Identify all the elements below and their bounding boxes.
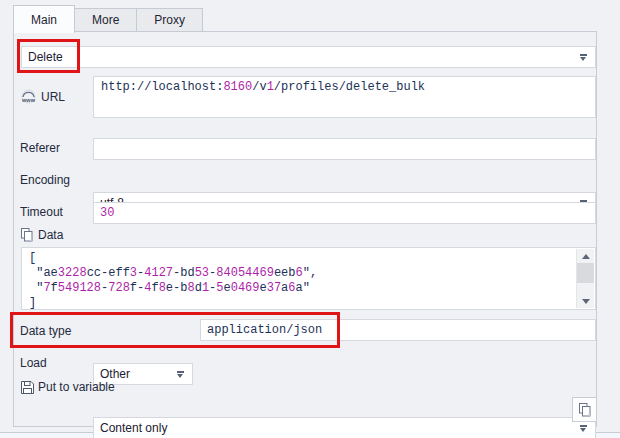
triangle-down-icon xyxy=(582,299,590,304)
load-label: Load xyxy=(20,356,47,370)
timeout-input[interactable]: 30 xyxy=(93,202,596,224)
url-textarea[interactable]: http://localhost:8160/v1/profiles/delete… xyxy=(93,76,596,118)
scroll-up-button[interactable] xyxy=(577,249,594,263)
load-dropdown[interactable]: Content only xyxy=(93,417,596,438)
save-floppy-icon xyxy=(21,381,34,394)
triangle-up-icon xyxy=(582,254,590,259)
timeout-value: 30 xyxy=(100,206,114,220)
data-label-text: Data xyxy=(38,228,63,242)
caret-down-icon xyxy=(579,425,588,432)
tab-main-label: Main xyxy=(31,13,57,27)
data-type-dropdown-value: Other xyxy=(100,367,130,381)
put-to-variable-label-text: Put to variable xyxy=(38,380,115,394)
method-dropdown-value: Delete xyxy=(28,50,63,64)
tab-proxy[interactable]: Proxy xyxy=(137,8,203,32)
copy-variable-button[interactable] xyxy=(572,397,597,422)
svg-text:www: www xyxy=(21,97,36,103)
mime-type-value: application/json xyxy=(207,323,322,337)
data-label: Data xyxy=(20,228,63,242)
copy-pages-icon xyxy=(578,403,592,417)
data-scrollbar[interactable] xyxy=(576,249,594,308)
globe-www-icon: www xyxy=(20,89,37,105)
mime-type-input[interactable]: application/json xyxy=(200,319,596,341)
tab-more[interactable]: More xyxy=(75,8,137,32)
url-label-text: URL xyxy=(41,90,65,104)
data-type-label: Data type xyxy=(20,324,71,338)
caret-down-icon xyxy=(176,371,185,378)
caret-down-icon xyxy=(579,54,588,61)
referer-label: Referer xyxy=(20,141,60,155)
tab-more-label: More xyxy=(92,13,119,27)
scroll-down-button[interactable] xyxy=(577,294,594,308)
data-content: [ "ae3228cc-eff3-4127-bd53-84054469eeb6"… xyxy=(29,251,317,311)
encoding-label: Encoding xyxy=(20,173,70,187)
scrollbar-thumb[interactable] xyxy=(577,263,594,283)
tab-proxy-label: Proxy xyxy=(154,13,185,27)
copy-pages-icon xyxy=(20,228,34,242)
timeout-label: Timeout xyxy=(20,205,63,219)
url-label: www URL xyxy=(20,89,65,105)
tab-bar: Main More Proxy xyxy=(13,5,203,32)
url-value: http://localhost:8160/v1/profiles/delete… xyxy=(101,80,425,95)
method-dropdown[interactable]: Delete xyxy=(21,46,596,68)
load-dropdown-value: Content only xyxy=(100,421,167,435)
data-textarea[interactable]: [ "ae3228cc-eff3-4127-bd53-84054469eeb6"… xyxy=(21,247,596,310)
put-to-variable-label: Put to variable xyxy=(21,380,115,394)
tab-main[interactable]: Main xyxy=(13,5,75,33)
referer-input[interactable] xyxy=(93,138,596,160)
